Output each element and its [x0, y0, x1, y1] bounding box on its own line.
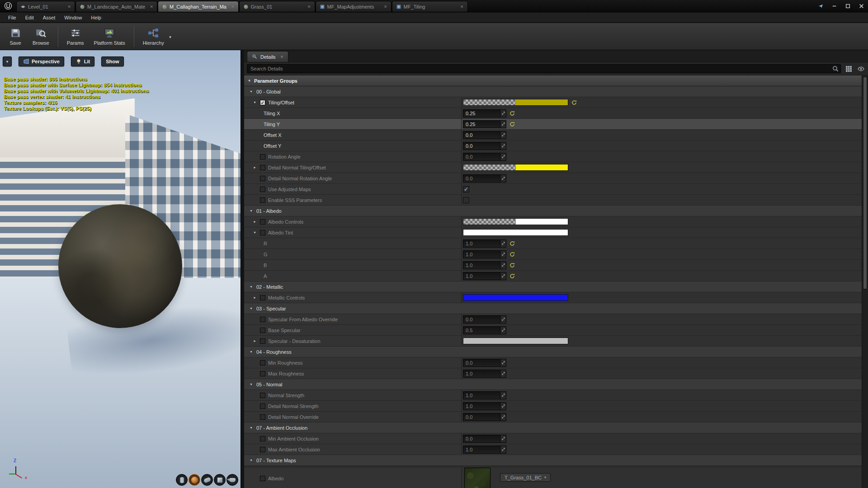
param-enable-checkbox[interactable] [260, 414, 265, 420]
drag-spinner-icon[interactable] [500, 413, 506, 421]
toolbar-params-button[interactable]: Params [62, 26, 89, 47]
drag-spinner-icon[interactable] [500, 359, 506, 366]
param-row[interactable]: Base Specular0.5 [244, 325, 862, 336]
tab-close-icon[interactable]: ✕ [384, 5, 387, 9]
maximize-button[interactable] [841, 0, 854, 12]
param-row[interactable]: ▸Albedo Controls [244, 216, 862, 227]
param-row[interactable]: AlbedoT_Grass_01_BC▾ [244, 468, 862, 488]
menu-item-asset[interactable]: Asset [38, 13, 60, 22]
expander-icon[interactable]: ▾ [249, 458, 254, 462]
expander-icon[interactable]: ▾ [249, 89, 254, 94]
param-row[interactable]: Min Roughness0.0 [244, 357, 862, 368]
preview-shape-sphere-button[interactable] [189, 474, 200, 486]
tab-M_Callaghan_Terrain_Ma[interactable]: M_Callaghan_Terrain_Ma✕ [158, 1, 239, 12]
drag-spinner-icon[interactable] [500, 251, 506, 258]
search-details-input[interactable] [247, 64, 841, 73]
viewport-options-button[interactable]: ▾ [3, 56, 12, 66]
param-row[interactable]: Detail Normal Strength1.0 [244, 401, 862, 412]
number-input[interactable]: 0.5 [463, 326, 506, 334]
tab-close-icon[interactable]: ✕ [460, 5, 464, 9]
param-enable-checkbox[interactable] [260, 295, 265, 300]
reset-to-default-icon[interactable] [509, 122, 515, 127]
number-input[interactable]: 1.0 [463, 250, 506, 258]
reset-to-default-icon[interactable] [571, 100, 577, 105]
details-tab-close-icon[interactable]: ✕ [280, 55, 284, 59]
param-row[interactable]: Max Roughness1.0 [244, 368, 862, 379]
preview-shape-cylinder-button[interactable] [176, 474, 188, 486]
param-row[interactable]: G1.0 [244, 249, 862, 260]
number-input[interactable]: 1.0 [463, 272, 506, 280]
expander-icon[interactable]: ▾ [249, 306, 254, 310]
tab-close-icon[interactable]: ✕ [67, 5, 71, 9]
number-input[interactable]: 0.0 [463, 142, 506, 150]
param-row[interactable]: Tiling X0.25 [244, 108, 862, 119]
param-enable-checkbox[interactable] [260, 404, 265, 409]
expander-icon[interactable]: ▸ [252, 165, 257, 169]
param-enable-checkbox[interactable] [260, 154, 265, 160]
expander-icon[interactable]: ▾ [249, 426, 254, 430]
preview-shape-teapot-button[interactable] [226, 474, 238, 486]
details-category-header[interactable]: ▾Parameter Groups [244, 75, 862, 86]
number-input[interactable]: 0.0 [463, 131, 506, 139]
reset-to-default-icon[interactable] [509, 252, 515, 257]
color-parameter-bar[interactable] [463, 338, 568, 344]
number-input[interactable]: 1.0 [463, 391, 506, 399]
color-parameter-bar[interactable] [463, 99, 568, 106]
expander-icon[interactable]: ▾ [252, 100, 257, 104]
toolbar-browse-button[interactable]: Browse [28, 26, 54, 47]
expander-icon[interactable]: ▾ [252, 230, 257, 235]
dropdown-caret-icon[interactable]: ▾ [169, 35, 171, 39]
tab-close-icon[interactable]: ✕ [231, 5, 235, 9]
value-checkbox[interactable]: ✓ [463, 186, 469, 192]
number-input[interactable]: 1.0 [463, 402, 506, 410]
visibility-eye-icon[interactable] [856, 64, 865, 73]
param-row[interactable]: B1.0 [244, 260, 862, 271]
menu-item-help[interactable]: Help [86, 13, 106, 22]
drag-spinner-icon[interactable] [500, 435, 506, 442]
param-enable-checkbox[interactable] [260, 360, 265, 366]
minimize-button[interactable] [827, 0, 841, 12]
drag-spinner-icon[interactable] [500, 240, 506, 247]
param-enable-checkbox[interactable] [260, 230, 265, 235]
color-parameter-bar[interactable] [463, 164, 568, 171]
show-button[interactable]: Show [101, 56, 123, 66]
param-enable-checkbox[interactable] [260, 371, 265, 376]
param-group-row[interactable]: ▾00 - Global [244, 86, 862, 97]
reset-to-default-icon[interactable] [509, 111, 515, 116]
texture-asset-dropdown[interactable]: T_Grass_01_BC▾ [500, 473, 551, 482]
param-row[interactable]: Offset X0.0 [244, 130, 862, 141]
param-group-row[interactable]: ▾03 - Specular [244, 303, 862, 314]
close-button[interactable] [854, 0, 868, 12]
param-group-row[interactable]: ▾04 - Roughness [244, 347, 862, 357]
param-row[interactable]: Tiling Y0.25 [244, 119, 862, 130]
param-group-row[interactable]: ▾01 - Albedo [244, 206, 862, 216]
reset-to-default-icon[interactable] [509, 241, 515, 246]
number-input[interactable]: 0.0 [463, 174, 506, 183]
param-row[interactable]: Min Ambient Occlusion0.0 [244, 433, 862, 444]
param-row[interactable]: Normal Strength1.0 [244, 390, 862, 401]
param-enable-checkbox[interactable] [260, 338, 265, 344]
drag-spinner-icon[interactable] [500, 403, 506, 410]
param-row[interactable]: ▸Specular - Desaturation [244, 336, 862, 347]
drag-spinner-icon[interactable] [500, 262, 506, 269]
drag-spinner-icon[interactable] [500, 272, 506, 280]
drag-spinner-icon[interactable] [500, 153, 506, 160]
number-input[interactable]: 1.0 [463, 370, 506, 378]
param-row[interactable]: R1.0 [244, 238, 862, 249]
drag-spinner-icon[interactable] [500, 370, 506, 377]
param-row[interactable]: Use Adjusted Maps✓ [244, 184, 862, 195]
drag-spinner-icon[interactable] [500, 110, 506, 117]
number-input[interactable]: 0.0 [463, 315, 506, 324]
param-row[interactable]: Max Ambient Occlusion1.0 [244, 444, 862, 455]
value-checkbox[interactable] [463, 197, 469, 203]
param-row[interactable]: Offset Y0.0 [244, 141, 862, 151]
details-tab[interactable]: Details ✕ [247, 51, 288, 62]
feedback-icon[interactable] [814, 0, 827, 12]
expander-icon[interactable]: ▾ [247, 79, 252, 83]
param-enable-checkbox[interactable] [260, 165, 265, 170]
toolbar-platform-stats-button[interactable]: Platform Stats [90, 26, 130, 47]
color-parameter-bar[interactable] [463, 294, 568, 301]
menu-item-window[interactable]: Window [60, 13, 86, 22]
view-options-grid-icon[interactable] [844, 64, 853, 73]
color-parameter-bar[interactable] [463, 229, 568, 236]
